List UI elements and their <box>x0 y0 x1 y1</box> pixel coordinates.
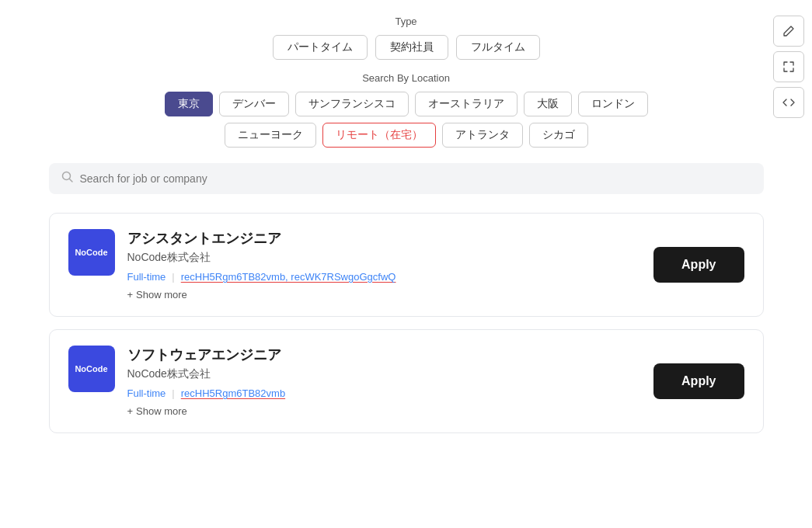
location-section: Search By Location 東京デンバーサンフランシスコオーストラリア… <box>49 72 764 148</box>
type-section: Type パートタイム契約社員フルタイム <box>49 16 764 60</box>
job-tags: recHH5Rgm6TB82vmb, recWK7RSwgoGgcfwQ <box>181 271 396 283</box>
apply-button[interactable]: Apply <box>653 247 744 283</box>
apply-button[interactable]: Apply <box>653 363 744 399</box>
location-london[interactable]: ロンドン <box>578 92 648 116</box>
job-meta: Full-time | recHH5Rgm6TB82vmb, recWK7RSw… <box>127 271 642 283</box>
company-logo: NoCode <box>68 346 115 392</box>
job-card-2: NoCode ソフトウェアエンジニア NoCode株式会社 Full-time … <box>49 329 764 433</box>
location-row-2: ニューヨークリモート（在宅）アトランタシカゴ <box>49 123 764 148</box>
show-more-button[interactable]: + Show more <box>127 405 642 417</box>
edit-button[interactable] <box>773 16 804 47</box>
show-more-button[interactable]: + Show more <box>127 289 642 300</box>
code-button[interactable] <box>773 87 804 118</box>
location-row-1: 東京デンバーサンフランシスコオーストラリア大阪ロンドン <box>49 92 764 116</box>
search-input[interactable] <box>80 172 751 185</box>
job-meta: Full-time | recHH5Rgm6TB82vmb <box>127 387 642 399</box>
type-filter-full-time[interactable]: フルタイム <box>456 35 540 60</box>
type-filter-part-time[interactable]: パートタイム <box>273 35 368 60</box>
meta-divider: | <box>172 271 174 283</box>
job-info: アシスタントエンジニア NoCode株式会社 Full-time | recHH… <box>127 229 642 300</box>
search-icon <box>61 171 74 186</box>
job-list: NoCode アシスタントエンジニア NoCode株式会社 Full-time … <box>49 213 764 433</box>
main-content: Type パートタイム契約社員フルタイム Search By Location … <box>18 0 795 461</box>
show-more-label: Show more <box>136 289 187 300</box>
meta-divider: | <box>172 387 174 399</box>
job-type: Full-time <box>127 271 166 283</box>
location-remote[interactable]: リモート（在宅） <box>322 123 436 148</box>
company-logo: NoCode <box>68 229 115 276</box>
job-title: アシスタントエンジニア <box>127 229 642 248</box>
location-atlanta[interactable]: アトランタ <box>442 123 523 148</box>
expand-button[interactable] <box>773 51 804 82</box>
company-name: NoCode株式会社 <box>127 367 642 381</box>
job-type: Full-time <box>127 387 166 399</box>
job-card-1: NoCode アシスタントエンジニア NoCode株式会社 Full-time … <box>49 213 764 317</box>
type-label: Type <box>49 16 764 27</box>
plus-icon: + <box>127 289 134 300</box>
type-filter-contract[interactable]: 契約社員 <box>375 35 448 60</box>
type-filter-buttons: パートタイム契約社員フルタイム <box>49 35 764 60</box>
location-osaka[interactable]: 大阪 <box>524 92 572 116</box>
company-name: NoCode株式会社 <box>127 251 642 265</box>
location-san-francisco[interactable]: サンフランシスコ <box>295 92 409 116</box>
location-new-york[interactable]: ニューヨーク <box>225 123 316 148</box>
location-tokyo[interactable]: 東京 <box>165 92 213 116</box>
job-tags: recHH5Rgm6TB82vmb <box>181 387 285 399</box>
location-chicago[interactable]: シカゴ <box>529 123 588 148</box>
svg-line-1 <box>69 179 72 182</box>
location-label: Search By Location <box>49 72 764 84</box>
location-denver[interactable]: デンバー <box>219 92 289 116</box>
logo-text: NoCode <box>75 247 107 258</box>
job-info: ソフトウェアエンジニア NoCode株式会社 Full-time | recHH… <box>127 346 642 417</box>
side-toolbar <box>773 16 804 118</box>
logo-text: NoCode <box>75 363 107 374</box>
plus-icon: + <box>127 405 134 417</box>
job-title: ソフトウェアエンジニア <box>127 346 642 364</box>
search-bar <box>49 163 764 194</box>
show-more-label: Show more <box>136 405 187 417</box>
location-australia[interactable]: オーストラリア <box>415 92 518 116</box>
